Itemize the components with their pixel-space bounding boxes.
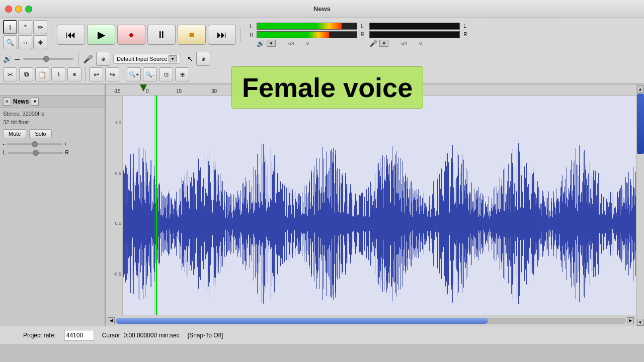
ruler-mark-15: 15 — [176, 88, 182, 94]
track-menu-btn[interactable]: ▼ — [31, 98, 39, 106]
cut-icon: ✂ — [8, 71, 13, 78]
gain-control: - + — [0, 140, 105, 148]
scroll-down-btn[interactable]: ▼ — [637, 319, 644, 326]
stop-button[interactable]: ■ — [178, 25, 206, 45]
pause-button[interactable]: ⏸ — [147, 25, 176, 45]
cut-button[interactable]: ✂ — [3, 67, 17, 81]
zoom-in-icon: 🔍+ — [129, 71, 139, 78]
waveform-top-canvas[interactable] — [123, 96, 636, 315]
redo-button[interactable]: ↪ — [105, 67, 119, 81]
copy-button[interactable]: ⧉ — [19, 67, 33, 81]
ffwd-button[interactable]: ⏭ — [208, 25, 236, 45]
track-close-button[interactable]: ✕ — [3, 98, 11, 106]
vu-dropdown-btn[interactable]: ▼ — [267, 40, 276, 47]
ruler-mark-neg15: -15 — [113, 88, 120, 94]
record-meter-btn[interactable]: ⊕ — [96, 52, 110, 66]
vu-r-label-r2: R — [463, 32, 467, 37]
trim-button[interactable]: ⌇ — [51, 67, 65, 81]
snap-label: [Snap-To Off] — [188, 332, 223, 339]
minimize-button[interactable] — [15, 6, 22, 13]
scroll-up-btn[interactable]: ▲ — [637, 85, 644, 93]
pan-left-label: L — [3, 150, 6, 155]
pan-thumb[interactable] — [33, 150, 39, 156]
zoom-fit-icon: ⊡ — [164, 71, 169, 78]
ruler-mark-115: 1:15 — [310, 88, 320, 94]
cursor-display: Cursor: 0:00.000000 min:sec — [102, 332, 180, 339]
close-button[interactable] — [5, 6, 12, 13]
zoom-in-button[interactable]: 🔍+ — [127, 67, 141, 81]
volume-minus: — — [15, 56, 20, 62]
play-button[interactable]: ▶ — [87, 25, 115, 45]
scale-0-5: 0.5 — [107, 171, 121, 176]
maximize-button[interactable] — [25, 6, 32, 13]
gain-thumb[interactable] — [32, 141, 38, 147]
record-icon: ● — [129, 30, 134, 40]
mic-tool-icon: 🎤 — [83, 54, 93, 64]
vu-l-label: L — [250, 23, 255, 29]
vu-meters-right: L R 🎤 ▼ -24 0 — [369, 23, 467, 47]
envelope-icon: ⌃ — [23, 24, 28, 31]
undo-button[interactable]: ↩ — [89, 67, 103, 81]
gain-slider[interactable] — [7, 143, 62, 145]
multi-tool-button[interactable]: ✳ — [33, 35, 47, 49]
silence-icon: ≡ — [73, 71, 76, 77]
scrollbar-h: ◀ ▶ — [106, 315, 636, 326]
waveform-tracks: 1.0 0.5 0.0 -0.5 -1.0 1.0 0.5 0.0 - — [106, 96, 636, 315]
scale-n0-5: -0.5 — [107, 272, 121, 277]
timeline-ruler: -15 0 15 30 45 1:00 1:15 1:30 1:45 — [106, 84, 636, 96]
selection-icon: I — [9, 24, 11, 31]
vu-r-label2: R — [361, 32, 364, 37]
timeshift-tool-button[interactable]: ↔ — [18, 35, 32, 49]
zoom-sel-button[interactable]: ⊞ — [175, 67, 189, 81]
pencil-icon: ✏ — [38, 24, 43, 31]
record-button[interactable]: ● — [117, 25, 145, 45]
scroll-right-btn[interactable]: ▶ — [627, 317, 634, 324]
separator2 — [240, 28, 241, 42]
mute-button[interactable]: Mute — [3, 129, 26, 138]
record-meter-icon: ⊕ — [101, 56, 105, 62]
rewind-button[interactable]: ⏮ — [57, 25, 85, 45]
input-source-dropdown-btn[interactable]: ▼ — [169, 55, 177, 62]
solo-button[interactable]: Solo — [29, 129, 51, 138]
scale-left-top: 1.0 0.5 0.0 -0.5 -1.0 — [106, 96, 123, 315]
zoom-icon: 🔍 — [6, 39, 14, 46]
zoom-fit-button[interactable]: ⊡ — [159, 67, 173, 81]
scrollbar-h-track[interactable] — [116, 318, 626, 324]
zoom-tool-button[interactable]: 🔍 — [3, 35, 17, 49]
waveform-top: 1.0 0.5 0.0 -0.5 -1.0 — [106, 96, 636, 315]
selection-tool-button[interactable]: I — [3, 20, 17, 34]
zoom-out-icon: 🔍- — [145, 71, 154, 78]
volume-thumb[interactable] — [43, 56, 49, 62]
project-rate-input[interactable] — [64, 330, 94, 341]
scrollbar-v-thumb[interactable] — [637, 94, 644, 154]
scroll-left-btn[interactable]: ◀ — [108, 317, 115, 324]
track-panel: ✕ News ▼ Stereo, 32000Hz 32-bit float Mu… — [0, 84, 106, 326]
paste-icon: 📋 — [38, 71, 46, 78]
pencil-tool-button[interactable]: ✏ — [33, 20, 47, 34]
envelope-tool-button[interactable]: ⌃ — [18, 20, 32, 34]
pan-slider[interactable] — [8, 152, 63, 154]
zoom-out-button[interactable]: 🔍- — [143, 67, 157, 81]
pause-icon: ⏸ — [156, 29, 167, 41]
vu-minus24: -24 — [288, 41, 294, 46]
track-bit-depth: 32-bit float — [3, 118, 102, 127]
vu-left-bar — [257, 23, 357, 30]
undo-icon: ↩ — [94, 71, 99, 78]
gain-plus-label: + — [64, 141, 67, 147]
silence-button[interactable]: ≡ — [67, 67, 82, 81]
vu-l-label2: L — [361, 23, 364, 29]
pan-right-label: R — [65, 150, 69, 155]
scrollbar-h-thumb[interactable] — [116, 318, 488, 324]
vu-meters-left: L L R R 🔊 ▼ -24 0 — [250, 23, 364, 47]
ruler-mark-100: 1:00 — [277, 88, 286, 94]
track-format: Stereo, 32000Hz — [3, 110, 102, 118]
volume-icon: 🔊 — [3, 55, 12, 63]
cursor-icon: ↖ — [187, 55, 193, 63]
titlebar-buttons — [5, 6, 32, 13]
track-info: Stereo, 32000Hz 32-bit float — [0, 108, 105, 128]
zoom-cursor-btn[interactable]: ⊕ — [196, 52, 210, 66]
vu-right-dropdown-btn[interactable]: ▼ — [379, 40, 388, 47]
volume-slider[interactable] — [23, 58, 73, 60]
paste-button[interactable]: 📋 — [35, 67, 49, 81]
track-header: ✕ News ▼ — [0, 96, 105, 108]
